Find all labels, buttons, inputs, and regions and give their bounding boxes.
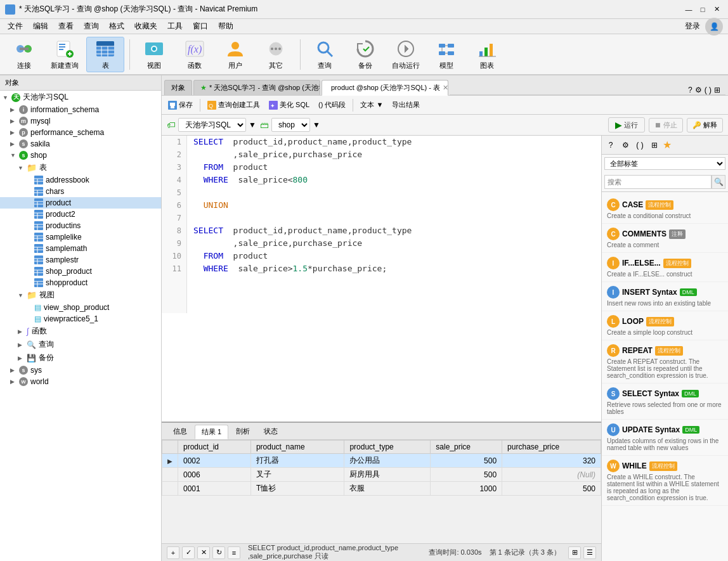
model-button[interactable]: 模型 — [427, 37, 465, 72]
snip-grid-button[interactable]: ⊞ — [648, 139, 661, 152]
list-view-button[interactable]: ☰ — [583, 546, 596, 559]
grid-button[interactable]: ⊞ — [714, 86, 720, 94]
menu-button[interactable]: ≡ — [228, 546, 240, 559]
sidebar-item-product[interactable]: ▶ product — [0, 197, 161, 209]
snippet-button[interactable]: () 代码段 — [315, 98, 349, 112]
tab-info[interactable]: 信息 — [167, 425, 193, 439]
menu-tools[interactable]: 工具 — [162, 20, 188, 33]
sidebar-item-tables-folder[interactable]: ▼ 📁 表 — [0, 161, 161, 174]
sidebar-item-viewpractice[interactable]: ▶ ▤ viewpractice5_1 — [0, 313, 161, 325]
table-row[interactable]: ▶ 0002 打孔器 办公用品 500 320 — [162, 454, 601, 468]
snippet-case[interactable]: C CASE 流程控制 Create a conditional constru… — [602, 195, 728, 224]
stop-button[interactable]: ⏹ 停止 — [649, 118, 683, 132]
sidebar-item-mysql[interactable]: ▶ m mysql — [0, 115, 161, 127]
sidebar-item-view-shop-product[interactable]: ▶ ▤ view_shop_product — [0, 302, 161, 313]
sidebar-item-information[interactable]: ▶ i information_schema — [0, 104, 161, 115]
table-button[interactable]: 表 — [86, 37, 124, 72]
menu-file[interactable]: 文件 — [3, 20, 28, 33]
connect-button[interactable]: 连接 — [5, 37, 43, 72]
query-builder-button[interactable]: Q 查询创建工具 — [204, 98, 264, 112]
tab-product[interactable]: product @shop (天池学习SQL) - 表 ✕ — [322, 80, 448, 96]
export-button[interactable]: 导出结果 — [388, 98, 424, 112]
sidebar-item-backup-folder[interactable]: ▶ 💾 备份 — [0, 351, 161, 364]
snip-settings-button[interactable]: ⚙ — [619, 139, 632, 152]
beautify-button[interactable]: ✦ 美化 SQL — [265, 98, 313, 112]
query-button[interactable]: 查询 — [306, 37, 344, 72]
settings-button[interactable]: ⚙ — [695, 86, 702, 94]
add-row-button[interactable]: + — [167, 546, 179, 559]
sidebar-item-sakila[interactable]: ▶ s sakila — [0, 138, 161, 150]
menu-help[interactable]: 帮助 — [213, 20, 238, 33]
sidebar-item-sys[interactable]: ▶ s sys — [0, 364, 161, 376]
snip-search-input[interactable] — [604, 175, 712, 189]
sidebar-item-samplemath[interactable]: ▶ samplemath — [0, 243, 161, 254]
view-button[interactable]: 视图 — [135, 37, 173, 72]
menu-query[interactable]: 查询 — [79, 20, 104, 33]
grid-view-button[interactable]: ⊞ — [568, 546, 581, 559]
refresh-button[interactable]: ↻ — [212, 546, 225, 559]
explain-button[interactable]: 🔑 解释 — [687, 118, 723, 132]
tab-product-close[interactable]: ✕ — [443, 84, 448, 92]
snippet-ifelse[interactable]: I IF...ELSE... 流程控制 Create a IF...ELSE..… — [602, 253, 728, 282]
snippet-insert[interactable]: I INSERT Syntax DML Insert new rows into… — [602, 282, 728, 311]
snippet-loop[interactable]: L LOOP 流程控制 Create a simple loop constru… — [602, 311, 728, 340]
other-button[interactable]: 其它 — [257, 37, 295, 72]
menu-window[interactable]: 窗口 — [188, 20, 213, 33]
table-row[interactable]: 0006 叉子 厨房用具 500 (Null) — [162, 468, 601, 482]
window-controls[interactable]: — □ ✕ — [682, 3, 723, 16]
tab-query[interactable]: ★ * 天池SQL学习 - 查询 @shop (天池学习SQL) ✕ — [193, 80, 320, 95]
menu-view[interactable]: 查看 — [53, 20, 79, 33]
sidebar-item-samplestr[interactable]: ▶ samplestr — [0, 254, 161, 266]
sidebar-item-samplelike[interactable]: ▶ samplelike — [0, 231, 161, 243]
sidebar-item-views-folder[interactable]: ▼ 📁 视图 — [0, 288, 161, 302]
function-button[interactable]: f(x) 函数 — [176, 37, 214, 72]
snippet-repeat[interactable]: R REPEAT 流程控制 Create A REPEAT construct.… — [602, 340, 728, 384]
chart-button[interactable]: 图表 — [468, 37, 506, 72]
snip-search-button[interactable]: 🔍 — [712, 175, 725, 189]
confirm-button[interactable]: ✓ — [182, 546, 195, 559]
save-button[interactable]: 保存 — [164, 98, 197, 112]
backup-button[interactable]: 备份 — [346, 37, 384, 72]
code-editor[interactable]: 1 SELECT product_id,product_name,product… — [162, 136, 601, 422]
tab-profile[interactable]: 剖析 — [230, 425, 256, 439]
sidebar-item-shop-product[interactable]: ▶ shop_product — [0, 266, 161, 277]
discard-button[interactable]: ✕ — [197, 546, 210, 559]
snippets-filter-select[interactable]: 全部标签 DML 流程控制 注释 — [604, 157, 725, 170]
sidebar-item-queries-folder[interactable]: ▶ 🔍 查询 — [0, 338, 161, 351]
sidebar-item-productins[interactable]: ▶ productins — [0, 220, 161, 231]
table-row[interactable]: 0001 T恤衫 衣服 1000 500 — [162, 482, 601, 496]
tab-status[interactable]: 状态 — [257, 425, 284, 439]
new-query-button[interactable]: 新建查询 — [46, 37, 84, 72]
sidebar-item-chars[interactable]: ▶ chars — [0, 186, 161, 197]
sidebar-item-shop[interactable]: ▼ s shop — [0, 150, 161, 161]
sidebar-item-world[interactable]: ▶ w world — [0, 376, 161, 387]
snip-star-button[interactable]: ★ — [663, 139, 672, 151]
snippet-while[interactable]: W WHILE 流程控制 Create a WHILE construct. T… — [602, 456, 728, 506]
help-button[interactable]: ? — [688, 86, 692, 94]
sidebar-item-addressbook[interactable]: ▶ addressbook — [0, 174, 161, 186]
db-select[interactable]: 天池学习SQL — [178, 118, 246, 132]
text-button[interactable]: 文本 ▼ — [356, 98, 387, 112]
snip-split-button[interactable]: ( ) — [634, 139, 646, 152]
user-avatar[interactable]: 👤 — [705, 18, 723, 35]
schema-select[interactable]: shop — [271, 118, 310, 132]
snippet-select[interactable]: S SELECT Syntax DML Retrieve rows select… — [602, 384, 728, 420]
sidebar-item-tianchisql[interactable]: ▼ 天 天池学习SQL — [0, 91, 161, 104]
menu-format[interactable]: 格式 — [104, 20, 129, 33]
login-button[interactable]: 登录 — [680, 20, 705, 33]
menu-edit[interactable]: 编辑 — [28, 20, 53, 33]
snippet-update[interactable]: U UPDATE Syntax DML Updates columns of e… — [602, 420, 728, 456]
close-button[interactable]: ✕ — [710, 3, 723, 16]
tab-object[interactable]: 对象 — [164, 80, 192, 95]
run-button[interactable]: ▶ 运行 — [608, 117, 645, 132]
sidebar-item-product2[interactable]: ▶ product2 — [0, 209, 161, 220]
tab-result1[interactable]: 结果 1 — [195, 425, 228, 439]
minimize-button[interactable]: — — [682, 3, 695, 16]
split-button[interactable]: ( ) — [705, 86, 712, 94]
sidebar-item-performance[interactable]: ▶ p performance_schema — [0, 127, 161, 138]
sidebar-item-shopproduct[interactable]: ▶ shopproduct — [0, 277, 161, 288]
auto-run-button[interactable]: 自动运行 — [387, 37, 425, 72]
user-button[interactable]: 用户 — [216, 37, 254, 72]
snip-help-button[interactable]: ? — [604, 139, 617, 152]
maximize-button[interactable]: □ — [696, 3, 709, 16]
